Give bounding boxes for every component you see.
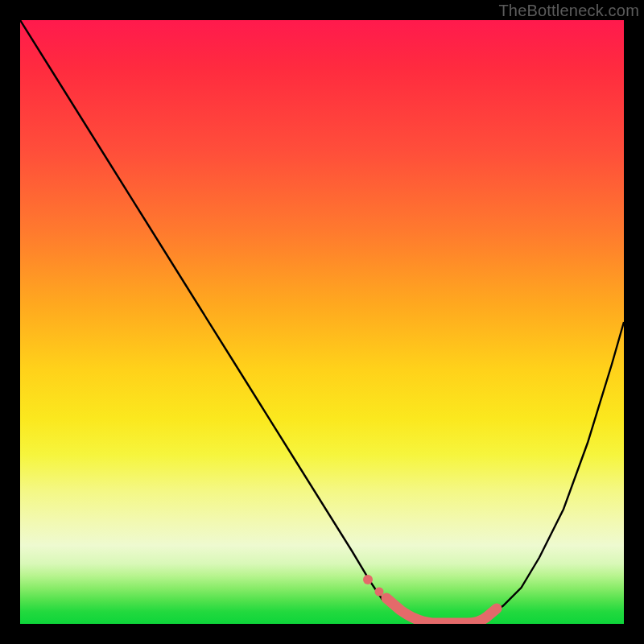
watermark-text: TheBottleneck.com (498, 2, 639, 20)
optimal-region-dot-left-2 (375, 588, 384, 597)
chart-overlay (20, 20, 624, 624)
plot-area (20, 20, 624, 624)
chart-frame: TheBottleneck.com (0, 0, 644, 644)
optimal-region-dot-left (363, 575, 373, 584)
optimal-region-highlight (386, 598, 497, 623)
bottleneck-curve (20, 20, 624, 624)
